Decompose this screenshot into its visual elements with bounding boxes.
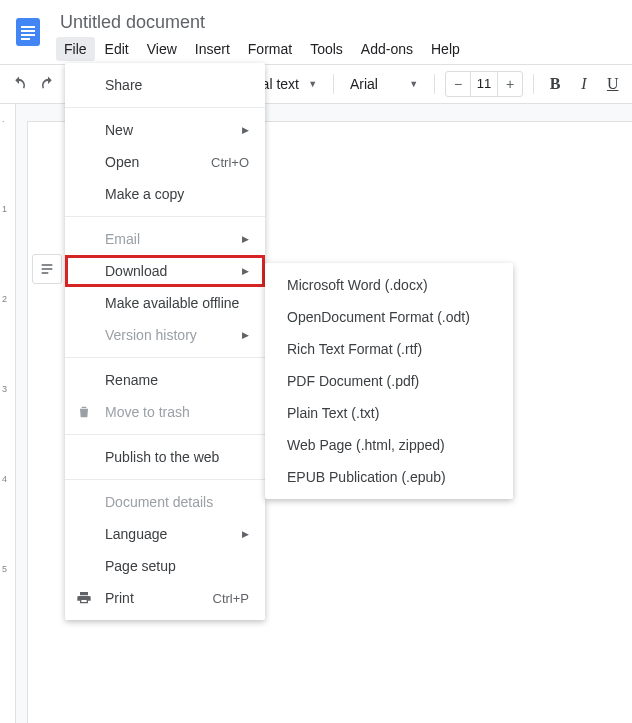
menu-separator: [65, 216, 265, 217]
menu-tools[interactable]: Tools: [302, 37, 351, 61]
menu-share[interactable]: Share: [65, 69, 265, 101]
menu-new[interactable]: New▶: [65, 114, 265, 146]
download-docx[interactable]: Microsoft Word (.docx): [265, 269, 513, 301]
menu-version-history[interactable]: Version history▶: [65, 319, 265, 351]
menu-insert[interactable]: Insert: [187, 37, 238, 61]
font-family-label: Arial: [350, 76, 378, 92]
menu-print[interactable]: PrintCtrl+P: [65, 582, 265, 614]
undo-button[interactable]: [8, 70, 31, 98]
menu-doc-details[interactable]: Document details: [65, 486, 265, 518]
app-header: Untitled document File Edit View Insert …: [0, 0, 632, 64]
document-outline-button[interactable]: [32, 254, 62, 284]
svg-rect-4: [21, 38, 30, 40]
menu-separator: [65, 357, 265, 358]
menu-file[interactable]: File: [56, 37, 95, 61]
dropdown-arrow-icon: ▼: [409, 79, 418, 89]
menu-language[interactable]: Language▶: [65, 518, 265, 550]
menu-rename[interactable]: Rename: [65, 364, 265, 396]
menu-email[interactable]: Email▶: [65, 223, 265, 255]
svg-rect-3: [21, 34, 35, 36]
submenu-arrow-icon: ▶: [242, 125, 249, 135]
docs-logo-icon[interactable]: [8, 12, 48, 52]
trash-icon: [75, 403, 93, 421]
font-size-stepper: − 11 +: [445, 71, 523, 97]
font-size-value[interactable]: 11: [470, 72, 498, 96]
italic-button[interactable]: I: [573, 70, 596, 98]
menubar: File Edit View Insert Format Tools Add-o…: [56, 37, 468, 61]
menu-separator: [65, 479, 265, 480]
menu-move-to-trash[interactable]: Move to trash: [65, 396, 265, 428]
dropdown-arrow-icon: ▼: [308, 79, 317, 89]
download-html[interactable]: Web Page (.html, zipped): [265, 429, 513, 461]
font-size-decrease-button[interactable]: −: [446, 72, 470, 96]
download-pdf[interactable]: PDF Document (.pdf): [265, 365, 513, 397]
vertical-ruler: · 1 2 3 4 5: [0, 104, 16, 723]
menu-publish[interactable]: Publish to the web: [65, 441, 265, 473]
svg-rect-1: [21, 26, 35, 28]
menu-view[interactable]: View: [139, 37, 185, 61]
submenu-arrow-icon: ▶: [242, 234, 249, 244]
menu-edit[interactable]: Edit: [97, 37, 137, 61]
print-icon: [75, 589, 93, 607]
doc-title[interactable]: Untitled document: [56, 8, 468, 35]
menu-separator: [65, 107, 265, 108]
menu-help[interactable]: Help: [423, 37, 468, 61]
shortcut-label: Ctrl+P: [213, 591, 249, 606]
toolbar-separator: [533, 74, 534, 94]
bold-button[interactable]: B: [544, 70, 567, 98]
file-menu-dropdown: Share New▶ OpenCtrl+O Make a copy Email▶…: [65, 63, 265, 620]
font-family-dropdown[interactable]: Arial ▼: [344, 70, 424, 98]
shortcut-label: Ctrl+O: [211, 155, 249, 170]
submenu-arrow-icon: ▶: [242, 529, 249, 539]
download-submenu: Microsoft Word (.docx) OpenDocument Form…: [265, 263, 513, 499]
toolbar-separator: [333, 74, 334, 94]
menu-make-offline[interactable]: Make available offline: [65, 287, 265, 319]
menu-make-copy[interactable]: Make a copy: [65, 178, 265, 210]
menu-format[interactable]: Format: [240, 37, 300, 61]
submenu-arrow-icon: ▶: [242, 266, 249, 276]
svg-rect-2: [21, 30, 35, 32]
menu-download[interactable]: Download▶: [65, 255, 265, 287]
toolbar-separator: [434, 74, 435, 94]
download-txt[interactable]: Plain Text (.txt): [265, 397, 513, 429]
redo-button[interactable]: [37, 70, 60, 98]
underline-button[interactable]: U: [601, 70, 624, 98]
submenu-arrow-icon: ▶: [242, 330, 249, 340]
download-rtf[interactable]: Rich Text Format (.rtf): [265, 333, 513, 365]
download-odt[interactable]: OpenDocument Format (.odt): [265, 301, 513, 333]
font-size-increase-button[interactable]: +: [498, 72, 522, 96]
menu-addons[interactable]: Add-ons: [353, 37, 421, 61]
download-epub[interactable]: EPUB Publication (.epub): [265, 461, 513, 493]
menu-separator: [65, 434, 265, 435]
menu-page-setup[interactable]: Page setup: [65, 550, 265, 582]
menu-open[interactable]: OpenCtrl+O: [65, 146, 265, 178]
